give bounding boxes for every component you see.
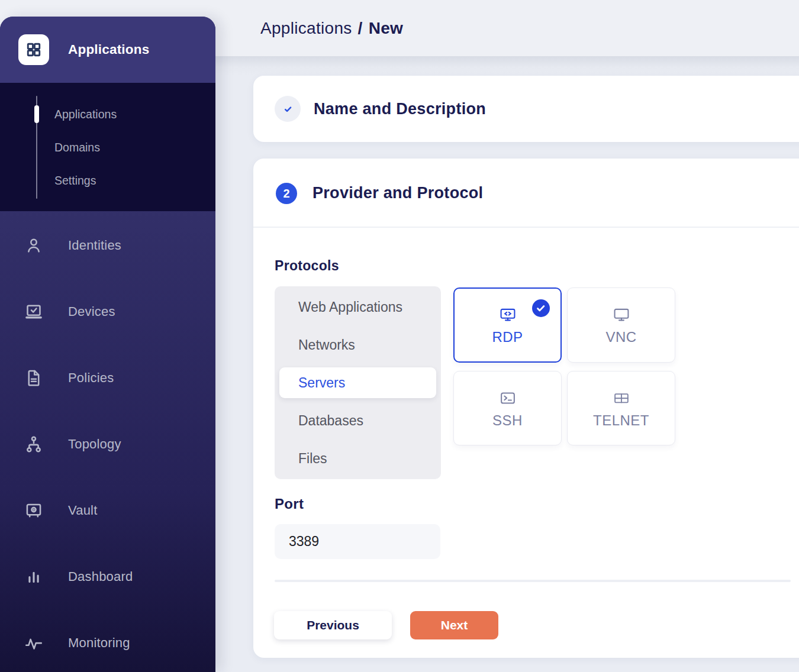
sidebar-item-dashboard[interactable]: Dashboard xyxy=(0,544,215,610)
subnav-item-domains[interactable]: Domains xyxy=(0,131,215,164)
bar-chart-icon xyxy=(24,567,44,587)
category-web-applications[interactable]: Web Applications xyxy=(275,288,441,326)
sidebar-item-vault[interactable]: Vault xyxy=(0,477,215,544)
step1-card[interactable]: Name and Description xyxy=(253,76,799,142)
sidebar-item-label: Dashboard xyxy=(68,569,133,584)
protocol-tile-vnc[interactable]: VNC xyxy=(567,287,675,363)
protocols-label: Protocols xyxy=(275,258,339,274)
protocol-label-vnc: VNC xyxy=(605,329,636,345)
sidebar-item-policies[interactable]: Policies xyxy=(0,345,215,411)
subnav-active-indicator xyxy=(34,105,39,123)
port-label: Port xyxy=(275,496,304,512)
sidebar-header-label: Applications xyxy=(68,42,149,57)
section-divider xyxy=(275,580,791,582)
page: Applications / New Name and Description … xyxy=(0,0,799,672)
breadcrumb: Applications / New xyxy=(260,0,403,56)
safe-icon xyxy=(24,500,44,521)
category-networks[interactable]: Networks xyxy=(275,326,441,364)
step2-header[interactable]: 2 Provider and Protocol xyxy=(253,159,799,228)
step2-card: 2 Provider and Protocol Protocols Web Ap… xyxy=(253,159,799,658)
subnav-item-applications[interactable]: Applications xyxy=(0,98,215,131)
laptop-check-icon xyxy=(24,302,44,322)
protocol-label-rdp: RDP xyxy=(492,329,523,345)
sidebar-item-label: Identities xyxy=(68,238,121,253)
pulse-icon xyxy=(24,633,44,653)
user-icon xyxy=(24,235,44,256)
protocol-label-telnet: TELNET xyxy=(593,412,649,429)
next-button[interactable]: Next xyxy=(410,611,498,639)
sidebar-item-label: Devices xyxy=(68,304,115,319)
sidebar-item-label: Topology xyxy=(68,437,121,452)
protocol-label-ssh: SSH xyxy=(492,412,523,429)
protocol-tile-rdp[interactable]: RDP xyxy=(453,287,562,363)
previous-button[interactable]: Previous xyxy=(274,611,392,639)
step2-number-badge: 2 xyxy=(276,183,297,204)
sidebar-item-topology[interactable]: Topology xyxy=(0,411,215,477)
network-tree-icon xyxy=(24,434,44,454)
category-servers[interactable]: Servers xyxy=(279,367,436,398)
vnc-monitor-icon xyxy=(612,305,631,325)
sidebar-item-label: Policies xyxy=(68,370,114,386)
category-files[interactable]: Files xyxy=(275,440,441,477)
protocol-category-list: Web Applications Networks Servers Databa… xyxy=(275,286,441,479)
breadcrumb-separator: / xyxy=(358,19,363,38)
app-logo xyxy=(18,34,49,65)
protocol-tile-telnet[interactable]: TELNET xyxy=(567,371,675,445)
sidebar-item-identities[interactable]: Identities xyxy=(0,212,215,279)
step1-title: Name and Description xyxy=(314,76,486,142)
port-input[interactable] xyxy=(275,524,440,559)
selected-check-icon xyxy=(532,299,550,317)
grid-logo-icon xyxy=(25,41,43,59)
step2-title: Provider and Protocol xyxy=(312,159,483,228)
sidebar-item-label: Vault xyxy=(68,503,98,518)
sidebar-item-label: Monitoring xyxy=(68,635,130,651)
step1-completed-badge xyxy=(275,96,301,122)
sidebar: Applications Applications Domains Settin… xyxy=(0,17,215,672)
sidebar-item-devices[interactable]: Devices xyxy=(0,279,215,345)
sidebar-item-monitoring[interactable]: Monitoring xyxy=(0,610,215,672)
category-databases[interactable]: Databases xyxy=(275,402,441,440)
breadcrumb-section-link[interactable]: Applications xyxy=(260,19,352,38)
document-icon xyxy=(24,368,44,388)
sidebar-subnav: Applications Domains Settings xyxy=(0,83,215,211)
check-icon xyxy=(281,102,295,116)
protocol-tile-ssh[interactable]: SSH xyxy=(453,371,562,445)
sidebar-nav: Identities Devices xyxy=(0,212,215,672)
breadcrumb-current: New xyxy=(369,19,403,38)
rdp-monitor-icon xyxy=(498,305,517,325)
sidebar-header-applications[interactable]: Applications xyxy=(0,17,215,83)
subnav-item-settings[interactable]: Settings xyxy=(0,164,215,197)
window-grid-icon xyxy=(612,388,631,408)
terminal-icon xyxy=(498,388,517,408)
